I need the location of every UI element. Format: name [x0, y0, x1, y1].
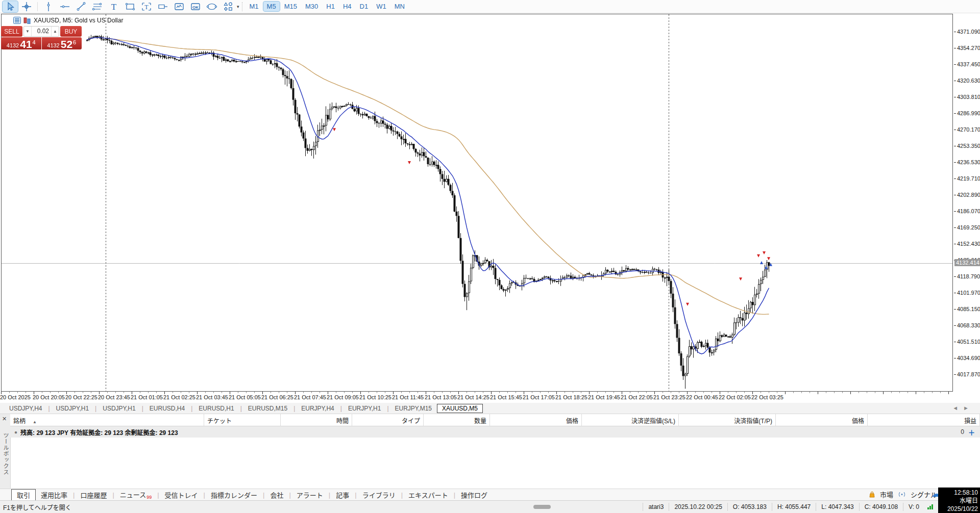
timeframe-mn-button[interactable]: MN — [391, 2, 408, 11]
bottom-tab-separator: | — [263, 491, 264, 499]
price-axis-label: 4051.510 — [957, 339, 980, 345]
timeframe-m5-button[interactable]: M5 — [263, 2, 280, 11]
button-object-tool-icon[interactable]: OK — [188, 1, 203, 12]
tab-scroll-arrows[interactable]: ◄► — [952, 405, 974, 411]
crosshair-tool-icon[interactable] — [19, 1, 34, 12]
time-tick — [826, 392, 826, 393]
toolbox-tab-10[interactable]: エキスパート — [403, 490, 453, 500]
time-axis-label: 21 Oct 07:45 — [294, 394, 326, 400]
column-header[interactable]: 損益 — [868, 414, 980, 426]
chart-tab-eurusd-h4[interactable]: EURUSD,H4 — [144, 404, 190, 413]
timeframe-w1-button[interactable]: W1 — [373, 2, 390, 11]
cursor-tool-icon[interactable] — [3, 1, 18, 12]
price-tick — [954, 293, 956, 293]
new-order-plus-icon[interactable]: ＋ — [968, 427, 975, 437]
toolbox-tab-7[interactable]: アラート — [291, 490, 328, 500]
balance-row: ● 残高: 29 123 JPY 有効証拠金: 29 123 余剰証拠金: 29… — [10, 426, 980, 438]
price-axis[interactable]: 4371.0904354.2704337.4504320.6304303.810… — [954, 14, 980, 392]
price-tick — [954, 211, 956, 212]
toolbox-tab-3[interactable]: ニュース99 — [115, 489, 157, 501]
time-tick — [369, 392, 369, 393]
trendline-tool-icon[interactable] — [74, 1, 89, 12]
time-tick — [181, 392, 181, 393]
shapes-dropdown-icon[interactable]: ▾ — [237, 4, 239, 9]
text-label-tool-icon[interactable]: T — [139, 1, 154, 12]
sell-button[interactable]: SELL — [1, 26, 22, 37]
timeframe-m30-button[interactable]: M30 — [302, 2, 322, 11]
toolbox-tab-4[interactable]: 受信トレイ — [160, 490, 203, 500]
price-label-tool-icon[interactable] — [155, 1, 170, 12]
volume-decrease-button[interactable]: ▼ — [24, 27, 31, 36]
timeframe-h4-button[interactable]: H4 — [339, 2, 355, 11]
time-tick — [695, 392, 696, 393]
market-link[interactable]: 市場 — [880, 490, 893, 499]
time-tick — [213, 392, 214, 393]
time-tick — [540, 392, 541, 393]
column-header[interactable]: チケット — [204, 414, 281, 426]
ellipse-tool-icon[interactable] — [204, 1, 219, 12]
text-tool-icon[interactable]: T — [106, 1, 121, 12]
buy-button[interactable]: BUY — [60, 26, 82, 37]
toolbox-tab-8[interactable]: 記事 — [331, 490, 354, 500]
bottom-tab-separator: | — [157, 491, 159, 499]
toolbox-close-icon[interactable]: ✕ — [2, 416, 7, 422]
time-tick — [916, 392, 916, 394]
chart-tab-usdjpy-h1[interactable]: USDJPY,H1 — [51, 404, 94, 413]
toolbox-tab-2[interactable]: 口座履歴 — [75, 490, 112, 500]
status-bar: F1を押してヘルプを開く atari3 2025.10.22 00:25 O: … — [0, 500, 980, 513]
column-header[interactable]: 決済指値(T/P) — [679, 414, 776, 426]
timeframe-h1-button[interactable]: H1 — [323, 2, 338, 11]
toolbox-tab-11[interactable]: 操作ログ — [456, 490, 493, 500]
column-header[interactable]: 数量 — [424, 414, 490, 426]
chart-tab-xauusd-m5[interactable]: XAUUSD,M5 — [437, 404, 483, 413]
toolbox-tab-5[interactable]: 指標カレンダー — [206, 490, 262, 500]
ask-price-display[interactable]: 4132 52 6 — [42, 37, 82, 49]
price-axis-label: 4118.790 — [957, 273, 980, 279]
time-axis[interactable]: 20 Oct 202520 Oct 20:0520 Oct 22:2520 Oc… — [0, 392, 954, 403]
column-header[interactable]: 価格 — [490, 414, 582, 426]
price-axis-label: 4068.330 — [957, 322, 980, 328]
chart-tab-usdjpy-h1[interactable]: USDJPY,H1 — [97, 404, 140, 413]
chart-tab-eurusd-m15[interactable]: EURUSD,M15 — [243, 404, 292, 413]
toolbox-tab-6[interactable]: 会社 — [265, 490, 288, 500]
toolbox-tab-1[interactable]: 運用比率 — [36, 490, 72, 500]
time-axis-label: 20 Oct 23:45 — [98, 394, 130, 400]
toolbox-panel: ✕ ツールボックス 銘柄▲チケット時間タイプ数量価格決済逆指値(S/L)決済指値… — [0, 414, 980, 489]
chart-tab-eurjpy-h1[interactable]: EURJPY,H1 — [343, 404, 386, 413]
toolbox-sidebar: ✕ ツールボックス — [0, 414, 11, 489]
price-axis-label: 4270.170 — [957, 126, 980, 133]
time-tick — [630, 392, 630, 393]
bid-price-display[interactable]: 4132 41 4 — [1, 37, 41, 49]
toolbox-tab-trade[interactable]: 取引 — [11, 489, 36, 501]
toolbox-tab-9[interactable]: ライブラリ — [357, 490, 401, 500]
column-header[interactable]: 決済逆指値(S/L) — [582, 414, 679, 426]
price-tick — [954, 358, 956, 358]
chart-tab-usdjpy-h4[interactable]: USDJPY,H4 — [4, 404, 47, 413]
quotes-list-icon — [13, 17, 21, 24]
column-header[interactable]: 時間 — [281, 414, 352, 426]
timeframe-m15-button[interactable]: M15 — [281, 2, 301, 11]
indicator-dialog-tool-icon[interactable] — [172, 1, 187, 12]
volume-increase-button[interactable]: ▲ — [52, 27, 59, 36]
price-chart-canvas[interactable] — [0, 14, 954, 392]
price-tick — [954, 64, 956, 65]
timeframe-d1-button[interactable]: D1 — [356, 2, 372, 11]
equidistant-channel-tool-icon[interactable] — [90, 1, 105, 12]
chart-tab-eurjpy-m15[interactable]: EURJPY,M15 — [390, 404, 437, 413]
time-tick — [818, 392, 818, 394]
chart-area[interactable]: XAUUSD, M5: Gold vs US Dollar SELL ▼ 0.0… — [0, 14, 954, 392]
vertical-line-tool-icon[interactable] — [41, 1, 56, 12]
column-header[interactable]: 価格 — [776, 414, 868, 426]
chart-tab-eurusd-h1[interactable]: EURUSD,H1 — [193, 404, 239, 413]
timeframe-m1-button[interactable]: M1 — [246, 2, 262, 11]
column-header[interactable]: 銘柄▲ — [10, 414, 204, 426]
column-header[interactable]: タイプ — [352, 414, 424, 426]
horizontal-line-tool-icon[interactable] — [57, 1, 72, 12]
time-tick — [475, 392, 475, 393]
chart-tab-separator: | — [191, 405, 192, 412]
shapes-tool-icon[interactable] — [220, 1, 236, 12]
volume-input[interactable]: 0.02 — [31, 27, 52, 36]
chart-tab-eurjpy-h4[interactable]: EURJPY,H4 — [296, 404, 339, 413]
rectangle-tool-icon[interactable] — [122, 1, 138, 12]
time-tick — [287, 392, 287, 393]
